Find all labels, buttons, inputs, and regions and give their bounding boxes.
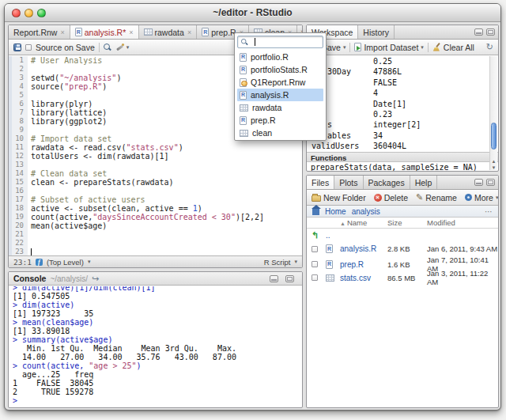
code-text: count(active,"daysSinceAccountCreated < … [28, 213, 264, 221]
close-tab-icon[interactable]: × [187, 28, 191, 36]
close-tab-icon[interactable]: × [60, 28, 64, 36]
minimize-workspace-icon[interactable] [474, 28, 483, 36]
import-dataset-button[interactable]: Import Dataset▾ [354, 43, 423, 52]
workspace-variable-row[interactable]: 4 [307, 88, 489, 98]
switcher-item-prepR[interactable]: prep.R [237, 114, 323, 127]
switcher-item-label: prep.R [251, 115, 276, 125]
code-line[interactable]: 12totalUsers <- dim(rawdata)[1] [9, 152, 302, 161]
file-row[interactable]: stats.csv86.5 MBJan 3, 2011, 11:22 AM [307, 269, 498, 282]
code-line[interactable]: 22 [9, 239, 302, 248]
maximize-files-icon[interactable] [486, 179, 495, 186]
scroll-up-icon[interactable]: ▲ [490, 159, 497, 164]
scroll-down-icon[interactable]: ▼ [490, 165, 497, 170]
file-name[interactable]: prep.R [340, 260, 387, 269]
workspace-scrollbar[interactable]: ▲ ▼ [489, 56, 497, 170]
code-line[interactable]: 18active <- subset(clean, active == 1) [9, 204, 302, 213]
workspace-variable-row[interactable]: 0.25 [307, 56, 489, 66]
tab-plots[interactable]: Plots [334, 176, 363, 189]
home-icon[interactable] [312, 209, 319, 215]
code-line[interactable]: 23 [9, 248, 302, 255]
switcher-item-analysisR[interactable]: analysis.R [237, 89, 323, 101]
code-line[interactable]: 20mean(active$age) [9, 221, 302, 230]
minimize-files-icon[interactable] [474, 179, 483, 186]
switcher-item-rawdata[interactable]: rawdata [237, 101, 323, 114]
code-seg: library(lattice) [31, 108, 107, 117]
file-search-input[interactable] [237, 36, 323, 48]
code-line[interactable]: 16 [9, 187, 302, 195]
editor-tab-rawdata[interactable]: rawdata× [139, 25, 198, 39]
console-output[interactable]: > dim(active)[1]/dim(clean)[1][1] 0.5475… [9, 286, 302, 407]
window-title: ~/editor - RStudio [5, 7, 500, 18]
console-seg: 14.00 27.00 34.00 35.76 43.00 87.00 [13, 353, 236, 361]
code-tools-button[interactable]: ▾ [115, 43, 130, 51]
file-checkbox[interactable] [312, 274, 318, 281]
code-line[interactable]: 13 [9, 161, 302, 169]
find-icon[interactable] [104, 44, 111, 51]
maximize-console-icon[interactable] [285, 275, 294, 282]
tab-label: Report.Rnw [13, 28, 57, 37]
title-bar[interactable]: ~/editor - RStudio [5, 4, 500, 22]
close-tab-icon[interactable]: × [129, 28, 133, 36]
variable-value: 360404L [373, 141, 406, 151]
editor-tab-analysisR[interactable]: analysis.R*× [70, 25, 139, 39]
file-checkbox[interactable] [312, 261, 318, 267]
column-name[interactable]: ▲Name [340, 218, 387, 227]
function-entry[interactable]: prepareStats(data, sampleSize = NA) [307, 163, 478, 172]
column-size[interactable]: Size [387, 218, 427, 227]
switcher-item-clean[interactable]: clean [237, 127, 323, 139]
breadcrumb: Home analysis ⋯ [307, 206, 498, 218]
code-text: # Import data set [28, 134, 111, 143]
tab-files[interactable]: Files [307, 176, 334, 189]
code-line[interactable]: 14# Clean data set [9, 169, 302, 178]
code-line[interactable]: 19count(active,"daysSinceAccountCreated … [9, 213, 302, 221]
scope-selector[interactable]: (Top Level) [47, 258, 84, 267]
rename-button[interactable]: ✎Rename [416, 193, 457, 202]
code-line[interactable]: 17# Subset of active users [9, 195, 302, 204]
workspace-variable-row[interactable]: 30Day47886L [307, 66, 489, 77]
switcher-item-portfolioStatsR[interactable]: portfolioStats.R [237, 63, 323, 76]
save-file-icon[interactable] [13, 44, 21, 51]
editor-cursor [31, 248, 32, 255]
delete-button[interactable]: ×Delete [374, 193, 408, 202]
breadcrumb-folder[interactable]: analysis [352, 207, 380, 216]
code-seg: )[2,2] [236, 213, 264, 221]
workspace-variable-row[interactable]: Date[1] [307, 99, 489, 109]
file-type-selector[interactable]: R Script [264, 258, 291, 267]
workspace-variable-row[interactable]: validUsers360404L [307, 141, 489, 151]
scrollbar-thumb[interactable] [491, 123, 497, 150]
source-on-save-checkbox[interactable] [25, 44, 32, 51]
switcher-item-Q1ReportRnw[interactable]: Q1Report.Rnw [237, 76, 323, 89]
workspace-variable-row[interactable]: 0.23 [307, 109, 489, 119]
goto-directory-icon[interactable]: ↪ [92, 274, 99, 283]
maximize-workspace-icon[interactable] [486, 28, 495, 36]
tab-help[interactable]: Help [410, 176, 438, 189]
editor-tab-ReportRnw[interactable]: Report.Rnw× [9, 25, 70, 39]
new-folder-button[interactable]: New Folder [312, 193, 366, 202]
code-line[interactable]: 21 [9, 230, 302, 239]
workspace-variable-row[interactable]: sinteger[2] [307, 119, 489, 130]
clear-all-button[interactable]: Clear All [432, 43, 474, 52]
line-number: 1 [9, 56, 28, 65]
column-modified[interactable]: Modified [427, 218, 498, 227]
file-checkbox[interactable] [312, 246, 318, 252]
tab-packages[interactable]: Packages [364, 176, 410, 189]
code-seg: "prep.R" [64, 82, 102, 91]
code-text: # Subset of active users [28, 195, 145, 204]
file-row[interactable]: prep.R1.6 KBJan 7, 2011, 10:41 AM [307, 255, 498, 269]
breadcrumb-more-icon[interactable]: ⋯ [485, 207, 493, 216]
refresh-workspace-icon[interactable]: ↻ [486, 43, 493, 51]
workspace-variable-row[interactable]: ables34 [307, 131, 489, 141]
switcher-item-portfolioR[interactable]: portfolio.R [237, 51, 323, 63]
file-name[interactable]: stats.csv [340, 274, 387, 282]
code-line[interactable]: 15clean <- prepareStats(rawdata) [9, 178, 302, 187]
tab-history[interactable]: History [358, 25, 395, 39]
parent-directory-row[interactable]: ↰.. [307, 229, 498, 242]
file-modified: Jan 6, 2011, 9:43 AM [427, 244, 498, 253]
file-name[interactable]: analysis.R [340, 244, 387, 253]
breadcrumb-home[interactable]: Home [325, 207, 346, 216]
more-button[interactable]: More▾ [465, 193, 498, 202]
file-row[interactable]: analysis.R2.8 KBJan 6, 2011, 9:43 AM [307, 242, 498, 255]
minimize-console-icon[interactable] [270, 275, 278, 282]
workspace-variable-row[interactable]: FALSE [307, 78, 489, 88]
code-line[interactable]: 11rawdata <- read.csv("stats.csv") [9, 143, 302, 152]
